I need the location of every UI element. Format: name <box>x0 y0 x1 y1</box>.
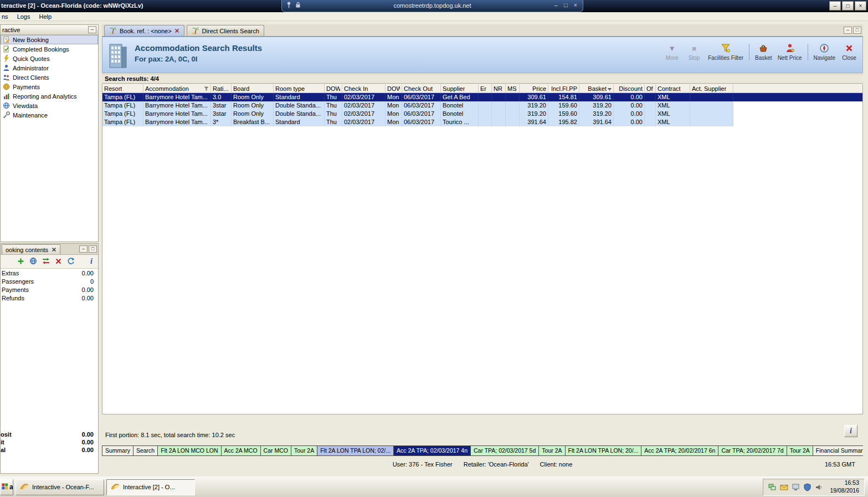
rdp-close-icon[interactable]: × <box>574 2 577 8</box>
facilities-filter-button[interactable]: Facilities Filter <box>705 42 746 63</box>
window-minimize-button[interactable]: – <box>829 1 841 11</box>
volume-icon[interactable] <box>815 483 823 491</box>
start-button[interactable]: art <box>0 479 13 495</box>
menu-item-logs[interactable]: Logs <box>13 13 35 21</box>
table-row[interactable]: Tampa (FL) Barrymore Hotel Tam... 3.0 Ro… <box>102 93 862 101</box>
column-header-nr[interactable]: NR <box>492 84 506 93</box>
globe-icon[interactable] <box>29 257 37 266</box>
close-tab-icon[interactable] <box>52 247 57 253</box>
display-icon[interactable] <box>792 483 800 491</box>
sidebar-item-viewdata[interactable]: Viewdata <box>1 101 98 110</box>
portion-tab[interactable]: Tour 2A <box>539 445 565 456</box>
column-header-dow-in[interactable]: DOW <box>325 84 342 93</box>
cell-incl-fl-pp: 159.60 <box>548 101 579 110</box>
portion-tab[interactable]: Acc 2A MCO <box>222 445 261 456</box>
booking-contents-tab[interactable]: ooking contents <box>2 244 60 254</box>
window-restore-button[interactable]: □ <box>842 1 854 11</box>
column-header-discount[interactable]: Discount <box>614 84 645 93</box>
column-header-check-out[interactable]: Check Out <box>402 84 441 93</box>
column-header-board[interactable]: Board <box>232 84 274 93</box>
stop-button[interactable]: ■ Stop <box>683 42 705 63</box>
rdp-restore-icon[interactable]: □ <box>564 2 568 8</box>
booking-contents-row[interactable]: Payments 0.00 <box>1 285 98 294</box>
portion-tab[interactable]: Car TPA; 20/02/2017 7d <box>718 445 787 456</box>
portion-tab[interactable]: Flt 2A LON TPA LON; 02/... <box>317 445 394 456</box>
portion-tab[interactable]: Search <box>133 445 158 456</box>
filter-icon[interactable] <box>204 85 209 92</box>
document-tab-bar: Book. ref. : <none> Direct Clients Searc… <box>102 24 863 37</box>
portion-tab[interactable]: Flt 2A LON TPA LON; 20/... <box>566 445 642 456</box>
menu-item-help[interactable]: Help <box>34 13 56 21</box>
portion-tab[interactable]: Acc 2A TPA; 02/03/2017 4n <box>394 445 471 456</box>
sidebar-item-administrator[interactable]: Administrator <box>1 63 98 73</box>
delete-icon[interactable] <box>55 258 62 266</box>
column-header-check-in[interactable]: Check In <box>342 84 386 93</box>
booking-contents-row[interactable]: Extras 0.00 <box>1 269 98 277</box>
taskbar-clock[interactable]: 16:53 19/08/2016 <box>830 479 859 494</box>
sidebar-item-maintenance[interactable]: Maintenance <box>1 110 98 120</box>
tab-direct-clients-search[interactable]: Direct Clients Search <box>187 25 264 36</box>
minimize-panel-icon[interactable]: – <box>844 27 852 34</box>
sidebar-item-payments[interactable]: Payments <box>1 82 98 91</box>
menu-item-options[interactable]: ns <box>0 13 13 21</box>
more-button[interactable]: ▼ More <box>661 42 683 63</box>
column-header-er[interactable]: Er <box>479 84 492 93</box>
column-header-basket[interactable]: Basket <box>579 84 614 93</box>
column-header-ms[interactable]: MS <box>506 84 520 93</box>
booking-contents-row[interactable]: Refunds 0.00 <box>1 294 98 302</box>
window-close-button[interactable]: × <box>855 1 866 11</box>
navigate-button[interactable]: Navigate <box>811 42 838 63</box>
column-header-act-supplier[interactable]: Act. Supplier <box>690 84 733 93</box>
column-header-dow-out[interactable]: DOW <box>386 84 402 93</box>
nett-price-button[interactable]: Nett Price <box>775 42 805 63</box>
tab-booking-ref[interactable]: Book. ref. : <none> <box>104 25 184 36</box>
sidebar-item-new-booking[interactable]: New Booking <box>1 35 98 44</box>
taskbar-item-interactive-1[interactable]: Interactive - Ocean-F... <box>16 479 104 495</box>
table-row[interactable]: Tampa (FL) Barrymore Hotel Tam... 3* Bre… <box>102 118 862 126</box>
close-tab-icon[interactable] <box>174 28 179 34</box>
column-header-supplier[interactable]: Supplier <box>441 84 479 93</box>
restore-panel-icon[interactable]: □ <box>853 27 861 34</box>
results-toolbar: ▼ More ■ Stop Facilities Filter Basket N… <box>661 42 860 63</box>
portion-tab[interactable]: Tour 2A <box>787 445 813 456</box>
rdp-minimize-icon[interactable]: – <box>554 2 558 8</box>
mail-icon[interactable] <box>780 483 788 491</box>
app-logo-icon <box>19 482 29 492</box>
sidebar-item-completed-bookings[interactable]: Completed Bookings <box>1 44 98 54</box>
portion-tab[interactable]: Tour 2A <box>291 445 317 456</box>
info-button[interactable]: i <box>844 425 857 437</box>
minimize-panel-icon[interactable]: – <box>79 245 88 253</box>
info-icon[interactable]: i <box>90 258 93 265</box>
booking-contents-row[interactable]: Passengers 0 <box>1 277 98 285</box>
column-header-resort[interactable]: Resort <box>102 84 143 93</box>
close-results-button[interactable]: Close <box>838 42 860 63</box>
sidebar-item-direct-clients[interactable]: Direct Clients <box>1 73 98 82</box>
basket-button[interactable]: Basket <box>752 42 775 63</box>
column-header-room-type[interactable]: Room type <box>274 84 325 93</box>
transfer-icon[interactable] <box>42 257 50 266</box>
portion-tab[interactable]: Flt 2A LON MCO LON <box>158 445 221 456</box>
add-icon[interactable] <box>17 258 24 266</box>
taskbar-item-interactive-2[interactable]: Interactive [2] - O... <box>106 479 195 495</box>
column-header-incl-fl-pp[interactable]: Incl.Fl.PP <box>548 84 579 93</box>
column-header-rating[interactable]: Rati... <box>211 84 232 93</box>
column-header-accommodation[interactable]: Accommodation <box>143 84 211 93</box>
portion-tab[interactable]: Financial Summary <box>813 445 863 456</box>
restore-panel-icon[interactable]: □ <box>89 245 97 253</box>
sidebar-item-reporting-and-analytics[interactable]: Reporting and Analytics <box>1 91 98 101</box>
refresh-icon[interactable] <box>67 257 75 266</box>
column-header-contract[interactable]: Contract <box>656 84 690 93</box>
portion-tab[interactable]: Car TPA; 02/03/2017 5d <box>471 445 539 456</box>
sidebar-item-quick-quotes[interactable]: Quick Quotes <box>1 54 98 63</box>
column-header-price[interactable]: Price <box>520 84 548 93</box>
portion-tab[interactable]: Summary <box>102 445 133 456</box>
column-header-of[interactable]: Of <box>645 84 656 93</box>
collapse-panel-icon[interactable]: – <box>88 26 96 33</box>
portion-tab[interactable]: Acc 2A TPA; 20/02/2017 6n <box>641 445 718 456</box>
table-row[interactable]: Tampa (FL) Barrymore Hotel Tam... 3star … <box>102 101 862 110</box>
security-icon[interactable] <box>803 483 811 491</box>
booking-row-value: 0.00 <box>82 295 94 301</box>
portion-tab[interactable]: Car MCO <box>261 445 291 456</box>
network-icon[interactable] <box>768 483 777 491</box>
table-row[interactable]: Tampa (FL) Barrymore Hotel Tam... 3star … <box>102 110 862 118</box>
